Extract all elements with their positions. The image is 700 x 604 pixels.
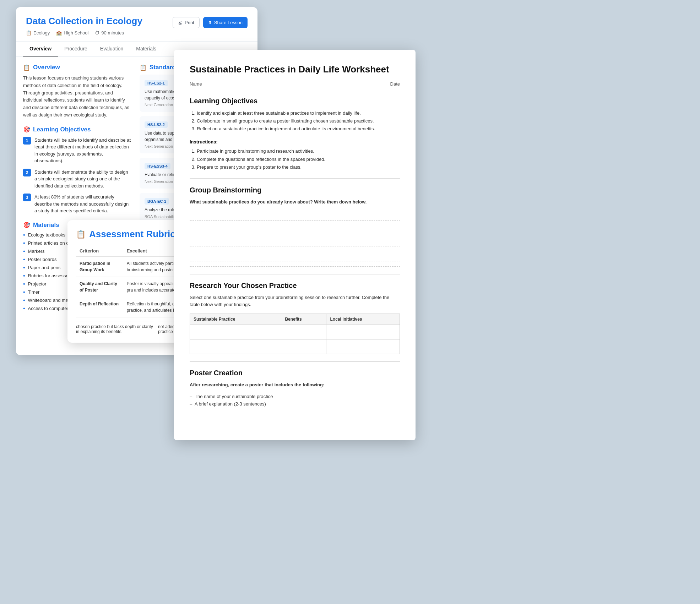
subject-icon: 📋 — [26, 30, 32, 36]
objective-text-3: At least 80% of students will accurately… — [34, 194, 131, 214]
overview-text: This lesson focuses on teaching students… — [23, 75, 131, 119]
share-label: Share Lesson — [214, 20, 243, 25]
col-criterion: Criterion — [76, 245, 123, 257]
research-cell-1-2[interactable] — [281, 325, 326, 339]
research-row-2 — [190, 339, 400, 354]
objective-item-3: 3 At least 80% of students will accurate… — [23, 194, 131, 214]
ws-name-label: Name — [190, 81, 202, 87]
research-cell-2-1[interactable] — [190, 339, 281, 354]
ws-brainstorm-area — [190, 211, 400, 267]
ws-divider-5 — [190, 274, 400, 274]
ws-divider-4 — [190, 266, 400, 267]
research-cell-2-2[interactable] — [281, 339, 326, 354]
ws-poster-prompt: After researching, create a poster that … — [190, 381, 400, 389]
level-icon: 🏫 — [56, 30, 62, 36]
tab-evaluation[interactable]: Evaluation — [94, 42, 130, 56]
level-tag: 🏫 High School — [56, 30, 88, 36]
printer-icon: 🖨 — [178, 20, 183, 25]
objective-item-2: 2 Students will demonstrate the ability … — [23, 169, 131, 190]
lesson-header: Data Collection in Ecology 📋 Ecology 🏫 H… — [16, 7, 257, 42]
adequate-col: chosen practice but lacks depth or clari… — [76, 321, 154, 334]
worksheet-card: Sustainable Practices in Daily Life Work… — [174, 50, 416, 440]
objective-text-1: Students will be able to identify and de… — [34, 137, 131, 164]
brainstorm-line-3[interactable] — [190, 251, 400, 261]
ws-poster-heading: Poster Creation — [190, 369, 400, 377]
lesson-meta: 📋 Ecology 🏫 High School ⏱ 90 minutes — [26, 30, 248, 36]
ws-research-prompt: Select one sustainable practice from you… — [190, 294, 400, 309]
criterion-1: Participation in Group Work — [76, 257, 123, 277]
objective-item-1: 1 Students will be able to identify and … — [23, 137, 131, 164]
ws-instructions-label: Instructions: — [190, 139, 400, 145]
ws-objectives-heading: Learning Objectives — [190, 97, 400, 105]
share-button[interactable]: ⬆ Share Lesson — [203, 17, 248, 28]
ws-instr-2: Complete the questions and reflections i… — [197, 156, 400, 163]
std-badge-2: HS-LS2-2 — [145, 121, 168, 128]
poster-item-2: A brief explanation (2-3 sentences) — [190, 401, 400, 407]
rubric-icon: 📋 — [76, 230, 86, 239]
share-icon: ⬆ — [208, 20, 212, 25]
lesson-actions: 🖨 Print ⬆ Share Lesson — [173, 17, 248, 28]
clock-icon: ⏱ — [95, 30, 99, 36]
std-badge-4: BGA-EC-1 — [145, 198, 169, 205]
tab-procedure[interactable]: Procedure — [58, 42, 94, 56]
poster-item-1: The name of your sustainable practice — [190, 394, 400, 399]
materials-heading-text: Materials — [33, 222, 59, 229]
ws-obj-3: Reflect on a sustainable practice to imp… — [197, 125, 400, 133]
research-cell-1-1[interactable] — [190, 325, 281, 339]
ws-date-label: Date — [390, 81, 400, 87]
overview-heading-text: Overview — [33, 64, 60, 71]
ws-divider-6 — [190, 361, 400, 362]
overview-icon: 📋 — [23, 64, 30, 71]
objectives-heading: 🎯 Learning Objectives — [23, 126, 131, 133]
standards-icon: 📋 — [140, 64, 147, 71]
objectives-icon: 🎯 — [23, 126, 30, 133]
duration-label: 90 minutes — [101, 30, 124, 36]
ws-brainstorm-prompt: What sustainable practices do you alread… — [190, 198, 400, 206]
research-cell-2-3[interactable] — [326, 339, 400, 354]
subject-tag: 📋 Ecology — [26, 30, 50, 36]
rubric-title-text: Assessment Rubric — [89, 229, 175, 240]
research-table: Sustainable Practice Benefits Local Init… — [190, 314, 400, 354]
duration-tag: ⏱ 90 minutes — [95, 30, 124, 36]
ws-instr-3: Prepare to present your group's poster t… — [197, 163, 400, 171]
brainstorm-line-1[interactable] — [190, 211, 400, 221]
criterion-2: Quality and Clarity of Poster — [76, 277, 123, 297]
brainstorm-line-2[interactable] — [190, 231, 400, 241]
obj-num-2: 2 — [23, 169, 31, 176]
ws-divider-3 — [190, 246, 400, 246]
std-badge-1: HS-LS2-1 — [145, 80, 168, 86]
obj-num-1: 1 — [23, 137, 31, 145]
tab-materials[interactable]: Materials — [130, 42, 163, 56]
research-row-1 — [190, 325, 400, 339]
objectives-list: 1 Students will be able to identify and … — [23, 137, 131, 214]
research-col-2: Benefits — [281, 314, 326, 325]
ws-obj-2: Collaborate in small groups to create a … — [197, 117, 400, 125]
ws-objectives-list: Identify and explain at least three sust… — [197, 109, 400, 133]
objective-text-2: Students will demonstrate the ability to… — [34, 169, 131, 190]
print-button[interactable]: 🖨 Print — [173, 17, 200, 28]
level-label: High School — [64, 30, 88, 36]
ws-divider-1 — [190, 178, 400, 179]
ws-brainstorm-heading: Group Brainstorming — [190, 186, 400, 194]
materials-icon: 🎯 — [23, 222, 30, 228]
ws-poster-items: The name of your sustainable practice A … — [190, 394, 400, 407]
obj-num-3: 3 — [23, 194, 31, 201]
overview-heading: 📋 Overview — [23, 64, 131, 71]
subject-label: Ecology — [33, 30, 50, 36]
worksheet-title: Sustainable Practices in Daily Life Work… — [190, 64, 400, 75]
research-col-1: Sustainable Practice — [190, 314, 281, 325]
ws-name-date: Name Date — [190, 81, 400, 89]
ws-obj-1: Identify and explain at least three sust… — [197, 109, 400, 117]
ws-research-heading: Research Your Chosen Practice — [190, 282, 400, 290]
criterion-3: Depth of Reflection — [76, 297, 123, 317]
research-cell-1-3[interactable] — [326, 325, 400, 339]
ws-divider-2 — [190, 226, 400, 226]
research-col-3: Local Initiatives — [326, 314, 400, 325]
objectives-heading-text: Learning Objectives — [33, 126, 91, 133]
print-label: Print — [185, 20, 194, 25]
std-badge-3: HS-ESS3-4 — [145, 163, 170, 169]
ws-instructions-list: Participate in group brainstorming and r… — [197, 147, 400, 171]
tab-overview[interactable]: Overview — [23, 42, 58, 56]
ws-instr-1: Participate in group brainstorming and r… — [197, 147, 400, 155]
